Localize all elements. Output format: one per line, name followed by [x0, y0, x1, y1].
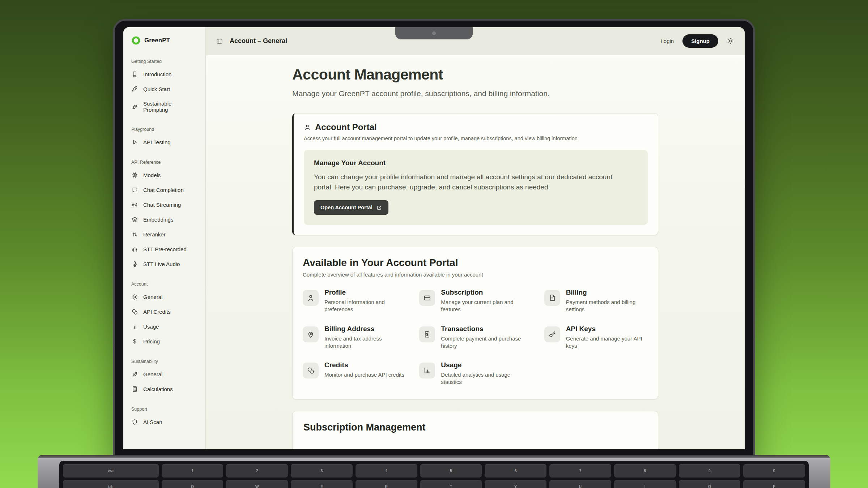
sidebar-item-getting-started-sustainable-prompting[interactable]: Sustainable Prompting [131, 97, 197, 117]
sidebar-item-label: API Testing [143, 139, 171, 145]
keyboard-row: tabQWERTYUIOP [63, 480, 805, 488]
chat-bubble-icon [131, 187, 138, 193]
signup-button[interactable]: Signup [682, 34, 718, 48]
sidebar-section-title: Support [131, 407, 197, 412]
sidebar-item-account-usage[interactable]: Usage [131, 319, 197, 334]
sidebar-item-label: Sustainable Prompting [143, 100, 197, 113]
sidebar-item-label: Chat Completion [143, 187, 184, 193]
sidebar-section-api-reference: API ReferenceModelsChat CompletionChat S… [131, 160, 197, 271]
laptop-key: 8 [614, 464, 676, 478]
feature-icon-tile [544, 290, 560, 306]
feature-title: Subscription [441, 288, 525, 296]
feature-description: Monitor and purchase API credits [324, 371, 404, 378]
topbar-right: Login Signup [660, 34, 734, 48]
feature-title: Transactions [441, 325, 525, 333]
sidebar-section-getting-started: Getting StartedIntroductionQuick StartSu… [131, 59, 197, 117]
sidebar-section-title: Playground [131, 127, 197, 132]
sidebar-item-label: Models [143, 172, 161, 178]
feature-subscription: SubscriptionManage your current plan and… [419, 288, 531, 313]
sidebar-item-label: Pricing [143, 338, 160, 344]
sidebar-item-support-ai-scan[interactable]: AI Scan [131, 415, 197, 429]
laptop-key: 5 [420, 464, 482, 478]
laptop-camera [432, 31, 436, 35]
sidebar-item-account-pricing[interactable]: Pricing [131, 334, 197, 349]
sidebar-item-api-reference-embeddings[interactable]: Embeddings [131, 212, 197, 227]
sidebar-item-api-reference-chat-completion[interactable]: Chat Completion [131, 183, 197, 197]
laptop-key: 9 [679, 464, 741, 478]
leaf-icon [131, 103, 138, 110]
feature-icon-tile [419, 326, 435, 342]
sidebar-item-getting-started-quick-start[interactable]: Quick Start [131, 82, 197, 97]
subscription-management-title: Subscription Management [303, 422, 647, 433]
sidebar-toggle-icon[interactable] [216, 38, 223, 45]
login-link[interactable]: Login [660, 38, 674, 44]
chip-icon [131, 172, 138, 179]
feature-title: Credits [324, 361, 404, 369]
dollar-icon [131, 338, 138, 345]
sidebar-item-api-reference-reranker[interactable]: Reranker [131, 227, 197, 242]
feature-icon-tile [303, 363, 319, 378]
sidebar-item-getting-started-introduction[interactable]: Introduction [131, 67, 197, 82]
open-account-portal-label: Open Account Portal [320, 205, 373, 210]
features-grid: ProfilePersonal information and preferen… [303, 288, 648, 386]
feature-icon-tile [544, 326, 560, 342]
laptop-keyboard: esc1234567890tabQWERTYUIOP [59, 461, 809, 488]
sidebar-item-label: Reranker [143, 231, 166, 237]
laptop-key: T [420, 480, 482, 488]
sidebar-item-account-api-credits[interactable]: API Credits [131, 304, 197, 319]
sidebar-item-api-reference-stt-pre-recorded[interactable]: STT Pre-recorded [131, 242, 197, 257]
sidebar-section-account: AccountGeneralAPI CreditsUsagePricing [131, 282, 197, 349]
laptop-key: O [679, 480, 741, 488]
sidebar-section-title: API Reference [131, 160, 197, 165]
laptop-key: P [743, 480, 805, 488]
feature-title: Usage [441, 361, 525, 369]
sidebar-item-label: Usage [143, 324, 159, 330]
laptop-key: 4 [356, 464, 417, 478]
keyboard-row: esc1234567890 [63, 464, 805, 478]
sidebar-item-playground-api-testing[interactable]: API Testing [131, 135, 197, 150]
laptop-key: W [226, 480, 288, 488]
document-icon [548, 294, 556, 302]
feature-transactions: TransactionsComplete payment and purchas… [419, 325, 531, 350]
main-content: Account Management Manage your GreenPT a… [206, 55, 745, 449]
manage-account-body: You can change your profile information … [314, 172, 629, 192]
sidebar-item-api-reference-chat-streaming[interactable]: Chat Streaming [131, 197, 197, 212]
sidebar-section-playground: PlaygroundAPI Testing [131, 127, 197, 150]
bar-chart-frame-icon [423, 367, 431, 374]
rocket-icon [131, 86, 138, 93]
feature-icon-tile [419, 363, 435, 378]
sidebar-nav: Getting StartedIntroductionQuick StartSu… [123, 47, 205, 429]
sidebar-item-api-reference-models[interactable]: Models [131, 168, 197, 183]
feature-billing-address: Billing AddressInvoice and tax address i… [303, 325, 406, 350]
sidebar-item-sustainability-general[interactable]: General [131, 367, 197, 382]
laptop-key: E [291, 480, 353, 488]
theme-toggle-sun-icon[interactable] [727, 38, 734, 44]
sidebar-item-label: Quick Start [143, 86, 170, 92]
sidebar-item-sustainability-calculations[interactable]: Calculations [131, 382, 197, 397]
sidebar-item-api-reference-stt-live-audio[interactable]: STT Live Audio [131, 257, 197, 271]
feature-title: Profile [324, 288, 406, 296]
feature-credits: CreditsMonitor and purchase API credits [303, 361, 406, 386]
manage-account-title: Manage Your Account [314, 159, 638, 167]
book-icon [131, 71, 138, 78]
subscription-management-card: Subscription Management [292, 411, 658, 449]
sidebar-item-account-general[interactable]: General [131, 290, 197, 304]
broadcast-icon [131, 201, 138, 208]
sidebar-item-label: STT Pre-recorded [143, 246, 187, 252]
feature-description: Detailed analytics and usage statistics [441, 371, 525, 386]
content-column: Account – General Login Signup Account M… [206, 27, 745, 449]
laptop-key: Y [485, 480, 546, 488]
laptop-notch [395, 27, 473, 39]
play-icon [131, 139, 138, 146]
sidebar-section-title: Account [131, 282, 197, 287]
headphones-icon [131, 246, 138, 253]
laptop-key: 7 [549, 464, 611, 478]
topbar-left: Account – General [216, 37, 287, 45]
brand-name: GreenPT [144, 37, 170, 44]
layers-icon [131, 216, 138, 223]
laptop-key: 2 [226, 464, 288, 478]
open-account-portal-button[interactable]: Open Account Portal [314, 200, 388, 215]
feature-description: Payment methods and billing settings [566, 299, 648, 313]
brand-logo[interactable]: GreenPT [123, 36, 205, 47]
laptop-key: 0 [743, 464, 805, 478]
